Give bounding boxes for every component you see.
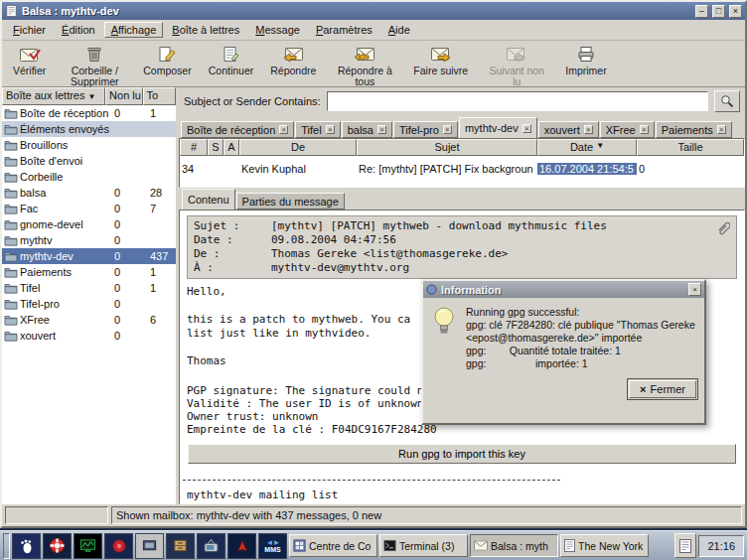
message-row-partial[interactable]	[180, 177, 744, 182]
mailbox-item-corbeille[interactable]: Corbeille	[2, 169, 176, 185]
toolbar-suivant-non-lu-button[interactable]: Suivant non lu	[482, 43, 551, 89]
index-header-subject[interactable]: Sujet	[357, 139, 537, 156]
tab-parties-du-message[interactable]: Parties du message	[236, 193, 345, 210]
tab-tifel[interactable]: Tifel×	[295, 121, 340, 138]
mailbox-item-balsa[interactable]: balsa028	[2, 185, 176, 201]
launcher-tv[interactable]	[197, 533, 225, 559]
mailbox-item-boite-denvoi[interactable]: Boîte d'envoi	[2, 153, 176, 169]
tab-close-icon[interactable]: ×	[279, 125, 288, 134]
unread-column-header[interactable]: Non lu	[105, 87, 142, 105]
tab-close-icon[interactable]: ×	[584, 125, 593, 134]
folder-icon	[4, 123, 20, 135]
mailbox-item-paiements[interactable]: Paiements01	[2, 264, 176, 280]
dialog-buttons: ×Fermer	[423, 370, 704, 398]
folder-icon	[4, 203, 20, 214]
tab-close-icon[interactable]: ×	[326, 125, 335, 134]
total-column-header[interactable]: To	[143, 87, 177, 105]
tab-tifel-pro[interactable]: Tifel-pro×	[393, 121, 458, 138]
fermer-button[interactable]: ×Fermer	[629, 380, 696, 398]
mailbox-item-tifel-pro[interactable]: Tifel-pro0	[2, 296, 176, 312]
tab-close-icon[interactable]: ×	[640, 125, 649, 134]
filter-apply-button[interactable]	[714, 90, 740, 112]
index-header-from[interactable]: De	[239, 139, 357, 156]
folder-icon	[4, 282, 20, 294]
menu-fichier[interactable]: Fichier	[6, 22, 53, 38]
close-button[interactable]: ×	[729, 5, 742, 18]
taskbar-button-newyork[interactable]: The New York	[560, 534, 649, 557]
check-mail-icon	[19, 45, 41, 65]
index-header-attachment[interactable]: A	[224, 139, 239, 156]
mailbox-item-boite-de-reception[interactable]: Boîte de réception01	[2, 105, 176, 121]
index-header-status[interactable]: S	[208, 139, 224, 156]
mailbox-item-xouvert[interactable]: xouvert0	[2, 328, 176, 344]
mailbox-item-fac[interactable]: Fac07	[2, 201, 176, 216]
tab-close-icon[interactable]: ×	[717, 125, 726, 134]
menu-boite-a-lettres[interactable]: Boîte à lettres	[165, 22, 246, 38]
tab-boite-de-reception[interactable]: Boîte de réception×	[181, 121, 294, 138]
launcher-screenshot[interactable]	[135, 533, 164, 559]
toolbar-imprimer-button[interactable]: Imprimer	[562, 43, 609, 78]
tab-close-icon[interactable]: ×	[377, 125, 386, 134]
tab-xouvert[interactable]: xouvert×	[538, 121, 599, 138]
sort-arrow-icon: ▼	[88, 92, 96, 101]
index-header-num[interactable]: #	[180, 139, 208, 156]
panel-handle[interactable]	[3, 533, 10, 559]
launcher-help[interactable]	[43, 533, 72, 559]
mailbox-item-mythtv-dev[interactable]: mythtv-dev0437	[2, 248, 176, 264]
toolbar-verifier-button[interactable]: Vérifier	[10, 43, 49, 78]
folder-icon	[4, 234, 20, 246]
filter-input[interactable]	[327, 91, 708, 111]
tab-balsa[interactable]: balsa×	[342, 121, 392, 138]
mailbox-item-xfree[interactable]: XFree06	[2, 312, 176, 328]
gnome-foot-icon	[19, 538, 35, 554]
mailbox-item-mythtv[interactable]: mythtv0	[2, 232, 176, 248]
mailbox-item-elements-envoyes[interactable]: Éléments envoyés	[2, 121, 176, 137]
dialog-titlebar[interactable]: Information ×	[423, 281, 704, 298]
toolbar-continuer-button[interactable]: Continuer	[206, 43, 257, 78]
tab-close-icon[interactable]: ×	[523, 124, 531, 133]
compose-icon	[157, 45, 177, 65]
launcher-cd-player[interactable]	[104, 533, 133, 559]
mailbox-item-brouillons[interactable]: Brouillons	[2, 137, 176, 153]
taskbar-button-terminal[interactable]: Terminal (3)	[379, 534, 468, 557]
mailbox-item-tifel[interactable]: Tifel01	[2, 280, 176, 296]
launcher-mms[interactable]: ◄► MMS	[258, 533, 287, 559]
window-menu-icon[interactable]	[5, 5, 18, 18]
sort-arrow-icon: ▼	[596, 141, 604, 154]
launcher-file-cabinet[interactable]	[166, 533, 195, 559]
taskbar-button-centre-de-controle[interactable]: Centre de Co	[289, 534, 377, 557]
taskbar-button-balsa[interactable]: Balsa : myth	[470, 534, 558, 557]
toolbar-composer-button[interactable]: Composer	[140, 43, 194, 78]
mailbox-column-header[interactable]: Boîte aux lettres ▼	[2, 87, 105, 105]
index-header-size[interactable]: Taille	[637, 139, 744, 156]
menu-aide[interactable]: Aide	[381, 22, 417, 38]
mailbox-item-gnome-devel[interactable]: gnome-devel0	[2, 216, 176, 232]
launcher-gnome[interactable]	[12, 533, 41, 559]
dialog-close-icon[interactable]: ×	[688, 283, 701, 296]
message-row-34[interactable]: 34 Kevin Kuphal Re: [mythtv] [PATCH] Fix…	[180, 161, 744, 177]
toolbar-repondre-button[interactable]: Répondre	[267, 43, 319, 78]
minimize-button[interactable]: –	[695, 5, 708, 18]
launcher-system-monitor[interactable]	[74, 533, 102, 559]
tab-xfree[interactable]: XFree×	[600, 121, 655, 138]
index-header-date[interactable]: Date▼	[537, 139, 637, 156]
preview-tabs: Contenu Parties du message	[179, 188, 745, 210]
tab-close-icon[interactable]: ×	[443, 125, 452, 134]
menu-edition[interactable]: Édition	[55, 22, 102, 38]
run-gpg-button[interactable]: Run gpg to import this key	[188, 444, 736, 464]
toolbar-corbeille-button[interactable]: Corbeille / Supprimer	[60, 43, 129, 89]
terminal-icon	[383, 539, 396, 552]
tab-contenu[interactable]: Contenu	[182, 189, 235, 210]
notes-applet-button[interactable]	[674, 533, 696, 558]
menu-parametres[interactable]: Paramètres	[309, 22, 379, 38]
launcher-red-app[interactable]	[227, 533, 256, 559]
menu-message[interactable]: Message	[248, 22, 307, 38]
tab-mythtv-dev[interactable]: mythtv-dev×	[459, 117, 537, 138]
toolbar-repondre-a-tous-button[interactable]: Répondre à tous	[330, 43, 399, 89]
tab-paiements[interactable]: Paiements×	[656, 121, 732, 138]
newspaper-icon	[564, 539, 575, 552]
maximize-button[interactable]: □	[712, 5, 725, 18]
toolbar-faire-suivre-button[interactable]: Faire suivre	[410, 43, 471, 78]
menu-affichage[interactable]: Affichage	[104, 22, 164, 38]
titlebar[interactable]: Balsa : mythtv-dev – □ ×	[2, 2, 745, 20]
